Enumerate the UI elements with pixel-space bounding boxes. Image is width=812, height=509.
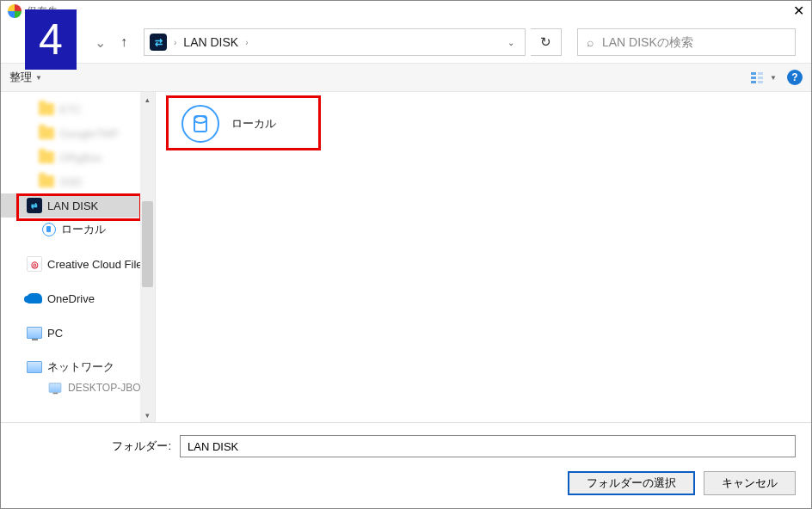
step-badge: 4	[25, 9, 77, 70]
cancel-button[interactable]: キャンセル	[704, 471, 796, 495]
tree-item[interactable]: GoogleTMP	[1, 121, 155, 145]
help-icon: ?	[791, 71, 797, 83]
search-box[interactable]: ⌕	[577, 28, 796, 56]
refresh-button[interactable]: ↻	[531, 28, 562, 56]
content-pane: ローカル	[156, 92, 811, 422]
select-folder-button[interactable]: フォルダーの選択	[568, 471, 695, 495]
tree-item-onedrive[interactable]: OneDrive	[1, 286, 155, 310]
app-icon	[8, 4, 22, 18]
breadcrumb-sep: ›	[174, 38, 176, 47]
view-mode-button[interactable]	[747, 68, 766, 87]
folder-icon	[39, 151, 54, 163]
tree-item[interactable]: ETC	[1, 97, 155, 121]
tree-label: OneDrive	[47, 292, 95, 305]
tree-item-desktop[interactable]: DESKTOP-JBOTN	[1, 379, 155, 396]
organize-button[interactable]: 整理 ▼	[9, 70, 42, 85]
chevron-down-icon: ▼	[35, 74, 42, 82]
scroll-thumb[interactable]	[142, 201, 153, 287]
local-disk-icon	[42, 223, 56, 236]
tree-item-local[interactable]: ローカル	[1, 218, 155, 242]
refresh-icon: ↻	[540, 34, 551, 50]
back-dropdown-icon[interactable]: ⌄	[90, 34, 109, 51]
tree-label: ネットワーク	[47, 359, 114, 375]
tree-label: LAN DISK	[47, 199, 98, 212]
help-button[interactable]: ?	[787, 70, 803, 85]
scroll-down-icon[interactable]: ▾	[140, 408, 155, 422]
folder-label: ローカル	[231, 116, 276, 132]
network-icon	[27, 361, 42, 373]
tree-item-creativecloud[interactable]: ◎Creative Cloud File	[1, 252, 155, 276]
onedrive-icon	[27, 293, 42, 304]
svg-rect-1	[751, 77, 756, 79]
tree-item-pc[interactable]: PC	[1, 321, 155, 345]
pc-icon	[27, 327, 42, 339]
address-dropdown-icon[interactable]: ⌄	[502, 38, 520, 47]
landisk-icon: ⇄	[150, 34, 167, 51]
folder-field-label: フォルダー:	[16, 438, 171, 454]
organize-label: 整理	[9, 70, 32, 85]
view-dropdown-icon[interactable]: ▼	[770, 74, 777, 82]
scroll-up-icon[interactable]: ▴	[140, 92, 155, 107]
svg-rect-3	[758, 72, 763, 75]
tree-item[interactable]: SSD	[1, 169, 155, 193]
folder-item-local[interactable]: ローカル	[173, 101, 319, 147]
up-icon[interactable]: ↑	[114, 34, 133, 50]
landisk-icon: ⇄	[27, 198, 42, 213]
svg-rect-0	[751, 72, 756, 75]
address-bar[interactable]: ⇄ › LAN DISK › ⌄	[144, 28, 526, 56]
breadcrumb-sep: ›	[245, 38, 248, 47]
tree-label: ローカル	[61, 222, 106, 237]
svg-rect-4	[758, 77, 763, 79]
svg-rect-5	[758, 81, 763, 83]
folder-icon	[39, 175, 54, 187]
tree-label: Creative Cloud File	[47, 258, 143, 271]
tree-item-landisk[interactable]: ⇄LAN DISK	[1, 193, 155, 218]
tree-item-network[interactable]: ネットワーク	[1, 355, 155, 379]
tree-label: PC	[47, 327, 63, 340]
svg-rect-2	[751, 81, 756, 83]
tree-item[interactable]: ORgBox	[1, 145, 155, 169]
folder-icon	[39, 127, 54, 139]
local-disk-icon	[181, 105, 219, 143]
folder-name-input[interactable]	[180, 435, 796, 457]
pc-icon	[49, 383, 61, 392]
breadcrumb[interactable]: LAN DISK	[183, 35, 238, 49]
creative-cloud-icon: ◎	[27, 256, 42, 272]
folder-icon	[39, 103, 54, 115]
view-list-icon	[750, 71, 764, 84]
search-icon: ⌕	[587, 35, 594, 49]
nav-tree: ETC GoogleTMP ORgBox SSD ⇄LAN DISK ローカル …	[1, 92, 156, 422]
tree-scrollbar[interactable]: ▴ ▾	[140, 92, 155, 422]
close-icon[interactable]: ✕	[793, 3, 804, 19]
search-input[interactable]	[602, 35, 786, 49]
